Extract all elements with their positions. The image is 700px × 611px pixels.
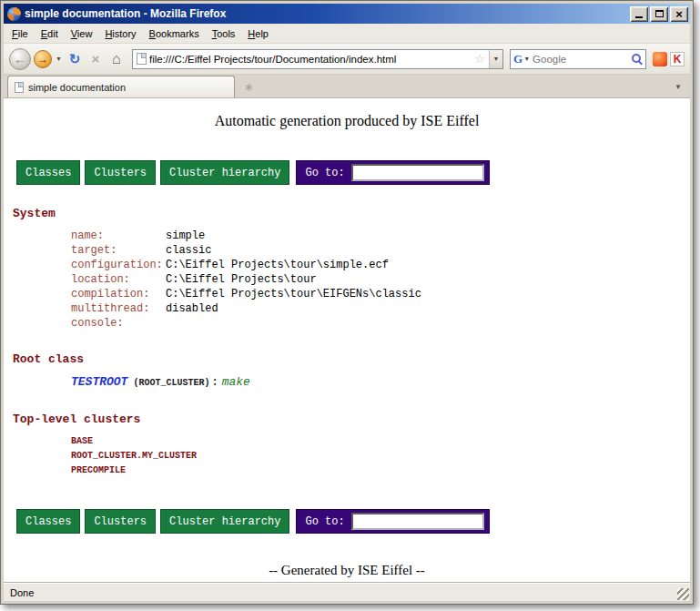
minimize-icon xyxy=(635,16,643,18)
system-row-configuration: configuration:C:\Eiffel Projects\tour\si… xyxy=(13,258,681,272)
goto-box-top: Go to: xyxy=(296,160,489,185)
cluster-link-precompile[interactable]: PRECOMPILE xyxy=(71,463,681,478)
search-input[interactable] xyxy=(531,54,631,65)
menu-tools[interactable]: Tools xyxy=(206,25,242,42)
page-footer: -- Generated by ISE Eiffel -- For more d… xyxy=(13,561,681,583)
system-row-compilation: compilation:C:\Eiffel Projects\tour\EIFG… xyxy=(13,287,681,301)
cluster-list: BASE ROOT_CLUSTER.MY_CLUSTER PRECOMPILE xyxy=(13,434,681,478)
search-engine-caret[interactable]: ▼ xyxy=(522,56,531,62)
doc-navbar-top: Classes Clusters Cluster hierarchy Go to… xyxy=(16,160,681,185)
system-value: disabled xyxy=(166,302,218,315)
cluster-hierarchy-button-bottom[interactable]: Cluster hierarchy xyxy=(160,509,289,534)
cluster-link-base[interactable]: BASE xyxy=(71,434,681,449)
tab-label: simple documentation xyxy=(28,82,126,93)
system-value: simple xyxy=(166,229,205,242)
system-key: multithread: xyxy=(71,301,166,316)
browser-window: simple documentation - Mozilla Firefox ×… xyxy=(0,0,694,605)
root-class-separator: : xyxy=(211,376,218,389)
stop-button[interactable]: × xyxy=(86,49,105,69)
system-key: compilation: xyxy=(71,287,166,301)
system-key: location: xyxy=(71,272,166,287)
tab-strip-extra-icon[interactable]: ∗ xyxy=(244,80,254,94)
root-feature-link[interactable]: make xyxy=(222,375,250,389)
home-button[interactable]: ⌂ xyxy=(107,49,126,69)
page-favicon xyxy=(137,53,147,65)
system-value: C:\Eiffel Projects\tour\EIFGENs\classic xyxy=(166,288,421,300)
reload-button[interactable]: ↻ xyxy=(66,49,84,69)
addon-red-icon[interactable] xyxy=(653,52,667,66)
navigation-toolbar: ← → ▼ ↻ × ⌂ ☆ ▼ G ▼ K xyxy=(4,44,690,75)
resize-grip[interactable] xyxy=(677,588,689,600)
goto-label-bottom: Go to: xyxy=(305,515,344,528)
doc-navbar-bottom: Classes Clusters Cluster hierarchy Go to… xyxy=(16,509,681,534)
system-value: classic xyxy=(166,244,211,257)
tab-favicon xyxy=(15,82,24,93)
system-row-location: location:C:\Eiffel Projects\tour xyxy=(13,272,681,287)
cluster-hierarchy-button-top[interactable]: Cluster hierarchy xyxy=(160,160,289,185)
tab-strip: simple documentation ∗ ▼ xyxy=(4,75,690,98)
cluster-link-root-cluster[interactable]: ROOT_CLUSTER.MY_CLUSTER xyxy=(71,449,681,463)
goto-box-bottom: Go to: xyxy=(296,509,489,534)
close-icon: × xyxy=(675,8,683,20)
addon-k-icon[interactable]: K xyxy=(670,52,685,66)
status-text: Done xyxy=(10,587,34,598)
system-key: name: xyxy=(71,229,166,243)
menu-history[interactable]: History xyxy=(98,25,142,42)
root-cluster-ref: (ROOT_CLUSTER) xyxy=(133,378,209,388)
system-row-name: name:simple xyxy=(13,229,681,243)
history-dropdown-caret[interactable]: ▼ xyxy=(55,56,63,62)
system-key: configuration: xyxy=(71,258,166,272)
classes-button-bottom[interactable]: Classes xyxy=(16,509,80,534)
system-rows: name:simple target:classic configuration… xyxy=(13,229,681,331)
forward-arrow-icon: → xyxy=(37,53,48,66)
window-controls: × xyxy=(630,6,688,22)
minimize-button[interactable] xyxy=(630,6,648,22)
system-heading: System xyxy=(13,207,681,220)
clusters-heading: Top-level clusters xyxy=(13,412,681,426)
forward-button[interactable]: → xyxy=(34,50,52,68)
url-dropdown-button[interactable]: ▼ xyxy=(489,50,502,68)
goto-input-bottom[interactable] xyxy=(351,513,484,530)
system-key: console: xyxy=(71,316,166,331)
maximize-icon xyxy=(655,10,664,17)
status-bar: Done xyxy=(4,583,690,601)
menu-help[interactable]: Help xyxy=(241,25,275,42)
search-box: G ▼ xyxy=(510,49,646,69)
clusters-button-top[interactable]: Clusters xyxy=(85,160,156,185)
url-input[interactable] xyxy=(147,54,471,65)
footer-generated-line: -- Generated by ISE Eiffel -- xyxy=(13,561,681,579)
system-row-target: target:classic xyxy=(13,243,681,258)
system-value: C:\Eiffel Projects\tour xyxy=(166,273,317,286)
list-all-tabs-button[interactable]: ▼ xyxy=(670,78,686,97)
menu-file[interactable]: File xyxy=(5,25,35,42)
system-row-multithread: multithread:disabled xyxy=(13,301,681,316)
url-bar: ☆ ▼ xyxy=(132,49,503,69)
window-title: simple documentation - Mozilla Firefox xyxy=(25,7,626,20)
system-value: C:\Eiffel Projects\tour\simple.ecf xyxy=(166,259,389,271)
menu-bookmarks[interactable]: Bookmarks xyxy=(143,25,206,42)
goto-input-top[interactable] xyxy=(351,164,484,181)
back-button[interactable]: ← xyxy=(9,48,31,70)
menu-view[interactable]: View xyxy=(65,25,99,42)
classes-button-top[interactable]: Classes xyxy=(16,160,80,185)
titlebar: simple documentation - Mozilla Firefox × xyxy=(4,4,690,24)
close-button[interactable]: × xyxy=(670,6,688,22)
root-class-heading: Root class xyxy=(13,352,681,366)
menu-edit[interactable]: Edit xyxy=(35,25,65,42)
back-arrow-icon: ← xyxy=(14,52,26,66)
root-class-link[interactable]: TESTROOT xyxy=(71,375,127,389)
system-row-console: console: xyxy=(13,316,681,331)
root-class-row: TESTROOT(ROOT_CLUSTER):make xyxy=(13,374,681,391)
menubar: File Edit View History Bookmarks Tools H… xyxy=(4,24,690,44)
generation-header: Automatic generation produced by ISE Eif… xyxy=(13,113,681,129)
clusters-button-bottom[interactable]: Clusters xyxy=(85,509,156,534)
firefox-icon xyxy=(7,7,21,21)
bookmark-star-icon[interactable]: ☆ xyxy=(471,52,489,66)
google-engine-icon[interactable]: G xyxy=(513,52,522,66)
search-magnifier-icon[interactable] xyxy=(631,53,643,65)
maximize-button[interactable] xyxy=(650,6,668,22)
goto-label-top: Go to: xyxy=(305,167,344,179)
page-content: Automatic generation produced by ISE Eif… xyxy=(4,98,690,583)
tab-simple-documentation[interactable]: simple documentation xyxy=(7,76,235,97)
system-key: target: xyxy=(71,243,166,258)
